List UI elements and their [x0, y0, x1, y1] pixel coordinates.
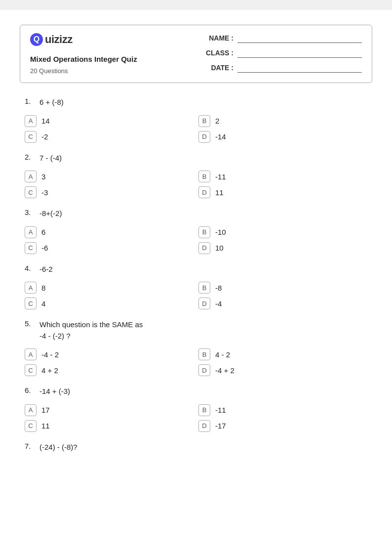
question-4-number: 4. [25, 264, 36, 272]
question-5-option-d: D-4 + 2 [198, 364, 372, 376]
question-6-text: -14 + (-3) [39, 386, 70, 397]
question-5-options: A-4 - 2B4 - 2C4 + 2D-4 + 2 [20, 348, 372, 376]
option-letter-a: A [25, 115, 37, 127]
option-value-b: -8 [215, 284, 222, 292]
question-6-option-b: B-11 [198, 404, 372, 416]
page: Q uizizz Mixed Operations Integer Quiz 2… [0, 10, 392, 555]
question-1-option-a: A14 [25, 115, 198, 127]
question-6-option-a: A17 [25, 404, 198, 416]
option-letter-d: D [198, 420, 210, 432]
option-letter-b: B [198, 282, 210, 294]
question-4-option-d: D-4 [198, 298, 372, 309]
question-3-option-d: D10 [198, 242, 372, 254]
question-1-row: 1.6 + (-8) [20, 97, 372, 108]
option-value-c: -6 [41, 244, 48, 252]
question-4-option-b: B-8 [198, 282, 372, 294]
question-6-options: A17B-11C11D-17 [20, 404, 372, 432]
option-letter-d: D [198, 242, 210, 254]
question-4-option-c: C4 [25, 298, 198, 309]
question-6-row: 6.-14 + (-3) [20, 386, 372, 397]
question-5-row: 5.Which question is the SAME as-4 - (-2)… [20, 319, 372, 342]
header-right: NAME : CLASS : DATE : [204, 33, 362, 73]
option-value-b: 4 - 2 [215, 350, 230, 359]
logo-q-icon: Q [30, 33, 43, 46]
question-1-number: 1. [25, 97, 36, 105]
questions-container: 1.6 + (-8)A14B2C-2D-142.7 - (-4)A3B-11C-… [20, 97, 372, 453]
option-letter-d: D [198, 364, 210, 376]
option-value-a: 8 [41, 284, 45, 292]
question-2-number: 2. [25, 153, 36, 161]
option-value-b: 2 [215, 117, 219, 125]
question-2: 2.7 - (-4)A3B-11C-3D11 [20, 153, 372, 199]
question-2-option-a: A3 [25, 171, 198, 182]
question-2-option-d: D11 [198, 186, 372, 198]
option-letter-c: C [25, 242, 37, 254]
question-7-number: 7. [25, 442, 36, 450]
header-box: Q uizizz Mixed Operations Integer Quiz 2… [20, 25, 372, 83]
option-value-d: -14 [215, 132, 226, 141]
option-value-a: -4 - 2 [41, 350, 59, 359]
name-line [237, 33, 362, 43]
question-3-number: 3. [25, 208, 36, 216]
option-value-d: 10 [215, 244, 224, 252]
quiz-subtitle: 20 Questions [30, 67, 137, 75]
option-letter-c: C [25, 131, 37, 143]
question-3-option-c: C-6 [25, 242, 198, 254]
question-6-number: 6. [25, 386, 36, 394]
option-letter-d: D [198, 131, 210, 143]
class-line [237, 48, 362, 58]
option-value-c: 11 [41, 422, 50, 430]
question-6-option-c: C11 [25, 420, 198, 432]
logo-text: uizizz [45, 33, 73, 46]
option-value-d: -4 + 2 [215, 366, 235, 375]
question-5-option-c: C4 + 2 [25, 364, 198, 376]
option-value-c: -2 [41, 132, 48, 141]
option-value-d: -17 [215, 422, 226, 430]
question-3-option-a: A6 [25, 226, 198, 238]
option-letter-a: A [25, 348, 37, 360]
question-5-option-a: A-4 - 2 [25, 348, 198, 360]
question-2-row: 2.7 - (-4) [20, 153, 372, 164]
question-3: 3.-8+(-2)A6B-10C-6D10 [20, 208, 372, 254]
question-2-option-b: B-11 [198, 171, 372, 182]
question-1-option-c: C-2 [25, 131, 198, 143]
option-value-d: 11 [215, 188, 224, 197]
question-6-option-d: D-17 [198, 420, 372, 432]
quiz-title: Mixed Operations Integer Quiz [30, 55, 137, 63]
question-4: 4.-6-2A8B-8C4D-4 [20, 264, 372, 310]
option-letter-a: A [25, 171, 37, 182]
question-3-options: A6B-10C-6D10 [20, 226, 372, 254]
class-label: CLASS : [204, 49, 234, 57]
name-field-row: NAME : [204, 33, 362, 43]
question-5-text: Which question is the SAME as-4 - (-2) ? [39, 319, 143, 342]
option-letter-b: B [198, 226, 210, 238]
question-1-option-b: B2 [198, 115, 372, 127]
question-5: 5.Which question is the SAME as-4 - (-2)… [20, 319, 372, 376]
date-line [237, 63, 362, 73]
question-3-option-b: B-10 [198, 226, 372, 238]
option-letter-c: C [25, 298, 37, 309]
option-letter-c: C [25, 186, 37, 198]
question-1-text: 6 + (-8) [39, 97, 64, 108]
question-7-row: 7.(-24) - (-8)? [20, 442, 372, 453]
question-5-number: 5. [25, 319, 36, 328]
question-1-options: A14B2C-2D-14 [20, 115, 372, 143]
date-field-row: DATE : [204, 63, 362, 73]
option-letter-c: C [25, 420, 37, 432]
question-2-option-c: C-3 [25, 186, 198, 198]
option-value-a: 6 [41, 228, 45, 236]
option-value-b: -11 [215, 406, 226, 414]
option-value-b: -10 [215, 228, 226, 236]
option-value-c: 4 [41, 299, 45, 308]
question-4-option-a: A8 [25, 282, 198, 294]
question-4-row: 4.-6-2 [20, 264, 372, 275]
option-value-d: -4 [215, 299, 222, 308]
option-letter-b: B [198, 115, 210, 127]
option-letter-c: C [25, 364, 37, 376]
option-value-c: 4 + 2 [41, 366, 58, 375]
question-6: 6.-14 + (-3)A17B-11C11D-17 [20, 386, 372, 432]
question-1-option-d: D-14 [198, 131, 372, 143]
question-4-options: A8B-8C4D-4 [20, 282, 372, 309]
name-label: NAME : [204, 34, 234, 42]
option-value-a: 17 [41, 406, 50, 414]
